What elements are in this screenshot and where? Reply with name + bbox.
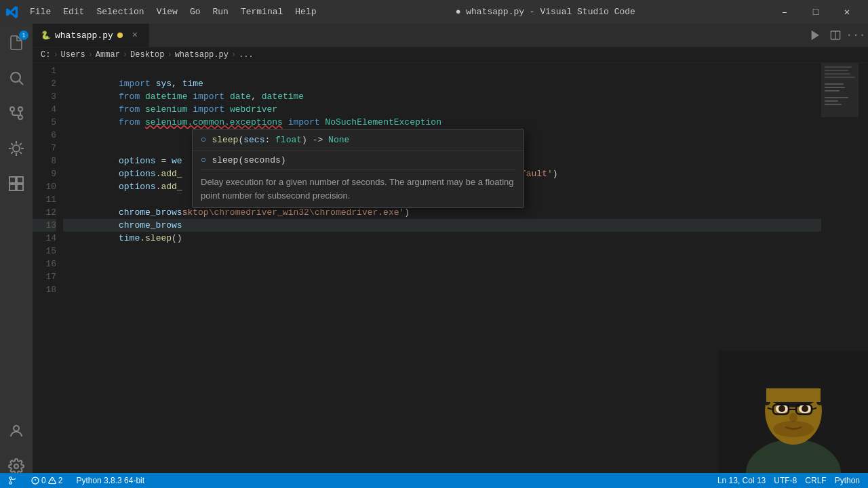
svg-point-4 bbox=[18, 107, 22, 111]
svg-point-6 bbox=[13, 145, 20, 152]
svg-point-46 bbox=[773, 421, 814, 437]
status-errors[interactable]: 0 2 bbox=[28, 473, 65, 488]
activity-icon-debug[interactable] bbox=[0, 132, 33, 165]
tab-whatsapp-py[interactable]: 🐍 whatsapp.py × bbox=[33, 24, 149, 47]
svg-point-45 bbox=[789, 413, 797, 422]
title-bar-title: ● whatsapp.py - Visual Studio Code bbox=[322, 7, 769, 17]
status-git-icon[interactable] bbox=[5, 473, 20, 488]
status-python[interactable]: Python 3.8.3 64-bit bbox=[73, 473, 147, 488]
svg-rect-9 bbox=[9, 184, 16, 190]
line-ending-label: CRLF bbox=[805, 476, 826, 485]
line-num-2: 2 bbox=[33, 77, 56, 90]
restore-button[interactable]: □ bbox=[800, 0, 831, 24]
code-area[interactable]: import sys, time from datetime import da… bbox=[63, 63, 821, 488]
activity-bar: 1 bbox=[0, 24, 33, 488]
editor-wrapper: 1 2 3 4 5 6 7 8 9 10 11 12 13 14 15 16 1… bbox=[33, 63, 868, 488]
code-line-16 bbox=[63, 258, 821, 270]
line-num-18: 18 bbox=[33, 283, 56, 296]
git-icon bbox=[8, 105, 24, 121]
tab-bar: 🐍 whatsapp.py × bbox=[33, 24, 868, 47]
search-icon bbox=[8, 70, 24, 86]
error-count: 0 bbox=[41, 476, 46, 485]
account-icon bbox=[8, 423, 24, 439]
breadcrumb-desktop[interactable]: Desktop bbox=[130, 50, 164, 60]
status-line-ending[interactable]: CRLF bbox=[802, 473, 829, 488]
line-num-9: 9 bbox=[33, 167, 56, 180]
activity-icon-account[interactable] bbox=[0, 415, 33, 447]
settings-icon bbox=[8, 458, 24, 474]
svg-rect-10 bbox=[17, 184, 23, 190]
svg-point-3 bbox=[18, 115, 22, 119]
autocomplete-description: Delay execution for a given number of se… bbox=[193, 170, 524, 207]
menu-view[interactable]: View bbox=[151, 4, 183, 20]
status-position[interactable]: Ln 13, Col 13 bbox=[715, 473, 768, 488]
svg-point-47 bbox=[9, 477, 12, 480]
activity-icon-explorer[interactable]: 1 bbox=[0, 26, 33, 59]
breadcrumb-ammar[interactable]: Ammar bbox=[96, 50, 120, 60]
line-num-16: 16 bbox=[33, 258, 56, 270]
breadcrumb-drive[interactable]: C: bbox=[41, 50, 50, 60]
breadcrumb-file[interactable]: whatsapp.py bbox=[175, 50, 229, 60]
svg-point-39 bbox=[802, 405, 808, 412]
run-icon bbox=[810, 30, 821, 41]
svg-point-12 bbox=[14, 464, 18, 468]
vscode-icon bbox=[5, 5, 19, 19]
svg-point-38 bbox=[778, 405, 785, 412]
autocomplete-item-text: sleep(seconds) bbox=[212, 154, 285, 167]
autocomplete-item-sleep[interactable]: ○ sleep(seconds) bbox=[193, 151, 524, 169]
breadcrumb-sep-4: › bbox=[167, 50, 172, 60]
line-num-4: 4 bbox=[33, 103, 56, 116]
split-editor-button[interactable] bbox=[826, 26, 845, 45]
svg-point-0 bbox=[11, 73, 20, 82]
breadcrumb-symbol[interactable]: ... bbox=[239, 50, 254, 60]
code-line-1: import sys, time bbox=[63, 64, 821, 77]
autocomplete-popup: ○ sleep(secs: float) -> None ○ sleep(sec… bbox=[192, 129, 524, 208]
line-num-8: 8 bbox=[33, 155, 56, 167]
line-numbers: 1 2 3 4 5 6 7 8 9 10 11 12 13 14 15 16 1… bbox=[33, 63, 63, 488]
run-button[interactable] bbox=[806, 26, 825, 45]
split-editor-icon bbox=[830, 30, 841, 41]
activity-icon-extensions[interactable] bbox=[0, 167, 33, 200]
git-branch-icon bbox=[8, 476, 18, 485]
menu-run[interactable]: Run bbox=[207, 4, 233, 20]
webcam-overlay bbox=[719, 351, 868, 473]
menu-go[interactable]: Go bbox=[184, 4, 206, 20]
python-version-label: Python 3.8.3 64-bit bbox=[76, 476, 144, 485]
svg-point-2 bbox=[10, 107, 14, 111]
svg-rect-7 bbox=[9, 177, 16, 183]
editor-area: 🐍 whatsapp.py × bbox=[33, 24, 868, 488]
activity-icon-git[interactable] bbox=[0, 97, 33, 129]
svg-rect-35 bbox=[766, 388, 821, 402]
code-line-18 bbox=[63, 283, 821, 296]
menu-terminal[interactable]: Terminal bbox=[235, 4, 288, 20]
close-button[interactable]: ✕ bbox=[831, 0, 863, 24]
minimize-button[interactable]: – bbox=[769, 0, 800, 24]
autocomplete-icon: ○ bbox=[201, 134, 206, 146]
autocomplete-title: sleep(secs: float) -> None bbox=[212, 134, 349, 146]
line-num-1: 1 bbox=[33, 64, 56, 77]
menu-selection[interactable]: Selection bbox=[91, 4, 149, 20]
line-num-14: 14 bbox=[33, 232, 56, 245]
svg-marker-13 bbox=[812, 31, 818, 39]
error-icon bbox=[31, 476, 39, 485]
svg-point-48 bbox=[9, 482, 12, 485]
status-language[interactable]: Python bbox=[832, 473, 863, 488]
breadcrumb-sep-1: › bbox=[53, 50, 58, 60]
debug-icon bbox=[8, 140, 24, 157]
minimap-canvas bbox=[821, 63, 859, 334]
code-line-17 bbox=[63, 270, 821, 283]
source-control-badge: 1 bbox=[19, 30, 28, 40]
menu-file[interactable]: File bbox=[24, 4, 56, 20]
tab-modified-dot bbox=[117, 33, 123, 38]
breadcrumb-sep-2: › bbox=[88, 50, 93, 60]
line-num-10: 10 bbox=[33, 180, 56, 193]
status-encoding[interactable]: UTF-8 bbox=[771, 473, 800, 488]
title-bar: File Edit Selection View Go Run Terminal… bbox=[0, 0, 868, 24]
menu-edit[interactable]: Edit bbox=[58, 4, 90, 20]
cursor-position: Ln 13, Col 13 bbox=[717, 476, 766, 485]
menu-help[interactable]: Help bbox=[290, 4, 321, 20]
activity-icon-search[interactable] bbox=[0, 62, 33, 94]
tab-close-button[interactable]: × bbox=[130, 30, 140, 41]
breadcrumb-users[interactable]: Users bbox=[61, 50, 85, 60]
more-actions-button[interactable]: ··· bbox=[846, 26, 865, 45]
